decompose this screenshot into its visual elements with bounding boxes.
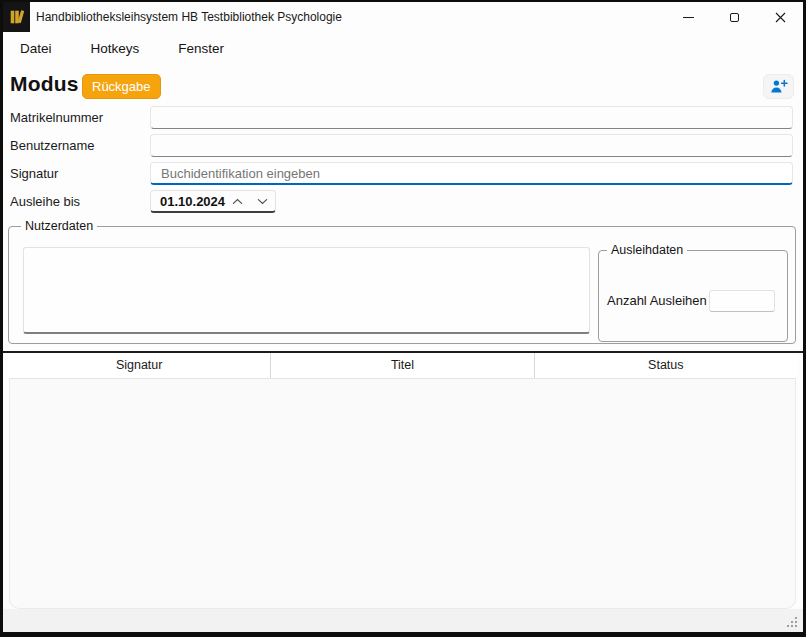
signatur-row: Signatur (3, 162, 803, 185)
chevron-down-icon (257, 198, 268, 205)
maximize-button[interactable] (711, 2, 757, 32)
app-icon (3, 2, 30, 32)
benutzername-row: Benutzername (3, 134, 803, 157)
table-body (9, 378, 796, 609)
app-window: Handbibliotheksleihsystem HB Testbibliot… (3, 2, 803, 632)
menu-fenster[interactable]: Fenster (165, 36, 237, 61)
column-header-titel[interactable]: Titel (271, 353, 534, 378)
menu-datei[interactable]: Datei (7, 36, 65, 61)
minimize-icon (683, 17, 694, 18)
signatur-input[interactable] (150, 162, 793, 185)
column-header-signatur[interactable]: Signatur (8, 353, 271, 378)
mode-header: Modus Rückgabe (3, 70, 803, 102)
mode-badge: Rückgabe (82, 74, 161, 99)
signatur-label: Signatur (10, 162, 58, 185)
user-data-textarea[interactable] (23, 247, 590, 334)
benutzername-input[interactable] (150, 134, 793, 157)
person-add-icon (770, 79, 788, 94)
anzahl-ausleihen-field[interactable] (709, 290, 775, 312)
menubar: Datei Hotkeys Fenster (7, 34, 250, 62)
ausleihe-bis-row: Ausleihe bis 01.10.2024 (3, 190, 803, 213)
anzahl-ausleihen-label: Anzahl Ausleihen (607, 290, 707, 312)
ausleihdaten-groupbox: Ausleihdaten Anzahl Ausleihen (598, 250, 788, 342)
window-title: Handbibliotheksleihsystem HB Testbibliot… (36, 2, 342, 32)
chevron-up-icon (232, 198, 243, 205)
matrikelnummer-label: Matrikelnummer (10, 106, 103, 129)
due-date-spinner[interactable]: 01.10.2024 (150, 190, 276, 213)
column-header-status[interactable]: Status (535, 353, 797, 378)
minimize-button[interactable] (665, 2, 711, 32)
matrikelnummer-input[interactable] (150, 106, 793, 129)
maximize-icon (730, 13, 739, 22)
add-user-button[interactable] (763, 74, 794, 99)
books-icon (8, 8, 26, 26)
titlebar: Handbibliotheksleihsystem HB Testbibliot… (3, 2, 803, 32)
close-button[interactable] (757, 2, 803, 32)
date-decrement-button[interactable] (250, 191, 275, 211)
close-icon (775, 12, 786, 23)
resize-grip-icon[interactable] (785, 615, 798, 628)
table-header: Signatur Titel Status (8, 353, 797, 378)
status-footer (3, 609, 803, 632)
menu-hotkeys[interactable]: Hotkeys (78, 36, 153, 61)
due-date-value: 01.10.2024 (151, 194, 225, 209)
ausleihdaten-title: Ausleihdaten (607, 243, 687, 257)
nutzerdaten-groupbox: Nutzerdaten Ausleihdaten Anzahl Ausleihe… (8, 226, 796, 344)
page-title: Modus (10, 72, 79, 96)
date-increment-button[interactable] (225, 191, 250, 211)
nutzerdaten-title: Nutzerdaten (21, 219, 97, 233)
benutzername-label: Benutzername (10, 134, 95, 157)
window-controls (665, 2, 803, 32)
matrikelnummer-row: Matrikelnummer (3, 106, 803, 129)
ausleihe-bis-label: Ausleihe bis (10, 190, 80, 213)
